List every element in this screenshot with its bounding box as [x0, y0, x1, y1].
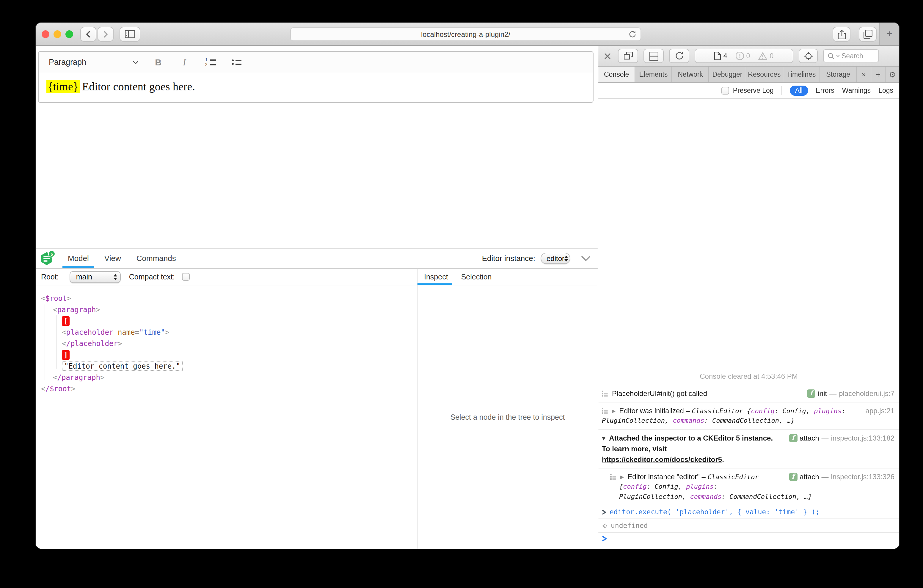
chevron-right-icon — [103, 30, 108, 38]
filter-errors[interactable]: Errors — [816, 87, 834, 94]
reload-page-button[interactable] — [669, 49, 689, 63]
result-return-icon — [602, 523, 607, 528]
tab-model[interactable]: Model — [68, 248, 89, 268]
filter-warnings[interactable]: Warnings — [842, 87, 870, 94]
sidebar-toggle-button[interactable] — [120, 27, 140, 42]
web-page: Paragraph B I 1 2 — [36, 46, 598, 549]
tab-resources[interactable]: Resources — [746, 67, 782, 82]
close-inspector-button[interactable] — [602, 53, 613, 59]
root-select[interactable]: main — [70, 271, 121, 283]
window-content: Paragraph B I 1 2 — [36, 46, 899, 549]
filter-logs[interactable]: Logs — [879, 87, 893, 94]
tab-timelines[interactable]: Timelines — [782, 67, 819, 82]
new-tab-button[interactable]: + — [879, 23, 899, 45]
minimize-window-button[interactable] — [54, 30, 61, 38]
console-command-row[interactable]: editor.execute( 'placeholder', { value: … — [598, 505, 899, 519]
zoom-window-button[interactable] — [66, 30, 73, 38]
more-tabs-button[interactable]: » — [856, 67, 870, 82]
tab-elements[interactable]: Elements — [635, 67, 672, 82]
collapse-inspector-button[interactable] — [581, 256, 591, 261]
ckeditor-logo-icon: 5 — [41, 251, 54, 265]
prompt-chevron-icon — [602, 509, 606, 514]
tab-network[interactable]: Network — [672, 67, 709, 82]
tree-node-paragraph-open[interactable]: <paragraph> — [41, 304, 417, 315]
tree-text-node[interactable]: "Editor content goes here." — [41, 360, 417, 371]
function-badge-icon: f — [789, 472, 797, 481]
warning-triangle-icon — [758, 52, 767, 60]
settings-button[interactable]: ⚙ — [885, 67, 899, 82]
tab-storage[interactable]: Storage — [820, 67, 856, 82]
log-text: PlaceholderUI#init() got called — [612, 389, 707, 397]
add-tab-button[interactable]: + — [870, 67, 885, 82]
crosshair-icon — [804, 51, 813, 60]
inspector-search-input[interactable]: Search — [823, 49, 879, 62]
input-prompt-chevron-icon — [602, 536, 607, 542]
address-bar[interactable]: localhost/creating-a-plugin2/ — [290, 27, 641, 41]
compact-text-checkbox[interactable] — [182, 273, 190, 281]
paragraph-dropdown[interactable]: Paragraph — [49, 57, 139, 67]
detach-inspector-button[interactable] — [618, 49, 638, 63]
docs-link[interactable]: https://ckeditor.com/docs/ckeditor5 — [602, 455, 722, 463]
log-lines-icon — [602, 407, 608, 414]
log-meta[interactable]: app.js:21 — [866, 405, 895, 416]
safari-window: localhost/creating-a-plugin2/ — [36, 23, 899, 549]
error-count: 0 — [736, 52, 750, 60]
element-picker-button[interactable] — [799, 49, 818, 63]
log-row: f attach — inspector.js:133:326 ▶Editor … — [598, 468, 899, 505]
source-location[interactable]: app.js:21 — [866, 405, 895, 416]
disclosure-triangle-icon[interactable]: ▶ — [612, 408, 616, 414]
log-meta[interactable]: f attach — inspector.js:133:326 — [789, 471, 895, 482]
issues-summary[interactable]: 4 0 — [695, 49, 793, 63]
bulleted-list-button[interactable] — [230, 59, 243, 65]
disclosure-triangle-open-icon[interactable]: ▼ — [602, 435, 605, 441]
log-meta[interactable]: f attach — inspector.js:133:182 — [789, 432, 895, 443]
share-button[interactable] — [833, 27, 851, 42]
forward-button[interactable] — [97, 27, 113, 42]
editor-content-area[interactable]: {time}Editor content goes here. — [38, 72, 593, 103]
disclosure-triangle-icon[interactable]: ▶ — [620, 474, 624, 480]
console-input[interactable] — [598, 532, 899, 549]
tree-selection-marker-open[interactable]: [ — [41, 315, 417, 327]
search-icon — [828, 53, 834, 59]
dock-side-button[interactable] — [644, 49, 664, 63]
inspector-tab-bar: Console Elements Network Debugger Resour… — [598, 67, 899, 83]
tree-node-placeholder-open[interactable]: <placeholder name="time"> — [41, 327, 417, 338]
tree-node-placeholder-close[interactable]: </placeholder> — [41, 338, 417, 349]
source-location[interactable]: inspector.js:133:326 — [831, 471, 895, 482]
tab-console[interactable]: Console — [598, 67, 635, 82]
source-location[interactable]: placeholderui.js:7 — [839, 388, 895, 399]
tab-view[interactable]: View — [104, 248, 121, 268]
chevron-down-icon — [836, 55, 840, 57]
back-button[interactable] — [80, 27, 96, 42]
compact-text-label: Compact text: — [129, 273, 175, 281]
show-tabs-button[interactable] — [859, 27, 877, 42]
bold-button[interactable]: B — [152, 57, 165, 67]
tree-node-paragraph-close[interactable]: </paragraph> — [41, 371, 417, 383]
tree-node-root-close[interactable]: </$root> — [41, 383, 417, 394]
log-meta[interactable]: f init — placeholderui.js:7 — [807, 388, 895, 399]
bulleted-list-icon — [232, 59, 241, 65]
source-location[interactable]: inspector.js:133:182 — [831, 432, 895, 443]
editor-instance-select[interactable]: editor — [540, 253, 570, 264]
tree-selection-marker-close[interactable]: ] — [41, 349, 417, 360]
preserve-log-checkbox[interactable] — [722, 87, 729, 94]
italic-button[interactable]: I — [178, 57, 191, 67]
filter-all[interactable]: All — [790, 85, 808, 95]
select-stepper-icon — [113, 274, 117, 280]
preserve-log-control[interactable]: Preserve Log — [722, 87, 774, 94]
reload-button[interactable] — [629, 30, 636, 39]
log-row: f attach — inspector.js:133:182 ▼Attache… — [598, 429, 899, 468]
editor-toolbar: Paragraph B I 1 2 — [38, 51, 593, 73]
log-lines-icon — [610, 473, 616, 480]
log-row: f init — placeholderui.js:7 PlaceholderU… — [598, 384, 899, 402]
tab-commands[interactable]: Commands — [136, 248, 176, 268]
close-window-button[interactable] — [42, 30, 49, 38]
tree-node-root-open[interactable]: <$root> — [41, 292, 417, 304]
tab-debugger[interactable]: Debugger — [709, 67, 746, 82]
numbered-list-button[interactable]: 1 2 — [204, 58, 217, 66]
console-cleared-message: Console cleared at 4:53:46 PM — [598, 370, 899, 384]
placeholder-token[interactable]: {time} — [46, 80, 80, 93]
tab-selection[interactable]: Selection — [461, 269, 492, 285]
model-options-bar: Root: main Compact text: — [36, 269, 417, 286]
tab-inspect[interactable]: Inspect — [424, 269, 448, 285]
